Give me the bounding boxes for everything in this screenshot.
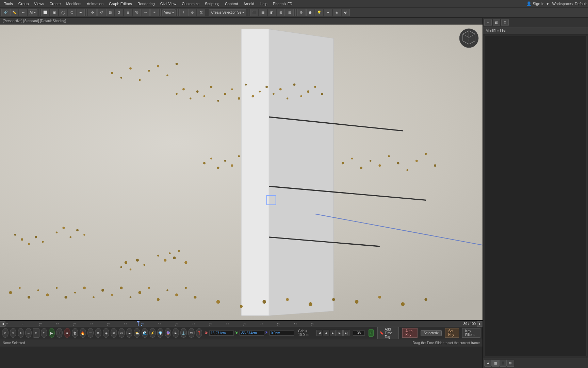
anim-fx9[interactable]: 🔮 — [165, 328, 171, 338]
tb-particle-icon[interactable]: ✦ — [324, 9, 332, 16]
key-filters-btn[interactable]: Key Filters... — [462, 328, 480, 338]
goto-start-btn[interactable]: |◀ — [316, 330, 322, 336]
tb-render2-icon[interactable]: ◧ — [268, 9, 276, 16]
anim-delete[interactable]: 🗑 — [72, 328, 78, 338]
tb-percent-icon[interactable]: % — [133, 9, 141, 16]
anim-fx11[interactable]: ⚓ — [180, 328, 187, 338]
anim-circle3[interactable]: ⊕ — [18, 328, 24, 338]
create-selection-button[interactable]: Create Selection Se▾ — [209, 9, 246, 16]
tb-light-icon[interactable]: 💡 — [315, 9, 323, 16]
anim-fx1[interactable]: ◈ — [103, 328, 109, 338]
cube-gizmo[interactable] — [459, 28, 479, 48]
timeline-prev-btn[interactable]: ◀ — [0, 321, 5, 327]
anim-fx5[interactable]: ⛅ — [134, 328, 140, 338]
tb-render-icon[interactable]: ▦ — [259, 9, 267, 16]
menu-customize[interactable]: Customize — [179, 1, 202, 6]
tb-select-icon[interactable]: ⬜ — [41, 9, 49, 16]
add-key-btn[interactable]: + — [369, 329, 374, 337]
z-input[interactable] — [270, 331, 294, 336]
anim-fx7[interactable]: ⚡ — [149, 328, 156, 338]
x-input[interactable] — [209, 331, 234, 336]
menu-arnold[interactable]: Arnold — [241, 1, 257, 6]
tb-move-icon[interactable]: ✛ — [88, 9, 97, 16]
tb-render3-icon[interactable]: ⊞ — [277, 9, 285, 16]
tb-circle-select-icon[interactable]: ◯ — [59, 9, 67, 16]
menu-rendering[interactable]: Rendering — [135, 1, 158, 6]
anim-square1[interactable]: ⊞ — [33, 328, 39, 338]
anim-fx13[interactable]: ❓ — [196, 328, 202, 338]
tb-fence-select-icon[interactable]: ⬡ — [68, 9, 76, 16]
tb-box-select-icon[interactable]: ▣ — [50, 9, 58, 16]
anim-wave[interactable]: 〰 — [87, 328, 94, 338]
anim-circle1[interactable]: ⊙ — [2, 328, 9, 338]
menu-create[interactable]: Create — [47, 1, 63, 6]
menu-help[interactable]: Help — [257, 1, 270, 6]
goto-end-btn[interactable]: ▶| — [343, 330, 349, 336]
anim-stop[interactable]: ■ — [64, 328, 70, 338]
rp-back-btn[interactable]: ◀ — [484, 360, 492, 367]
anim-play[interactable]: ▶ — [49, 328, 55, 338]
selected-dropdown[interactable]: Selected▾ — [421, 330, 442, 336]
anim-fx10[interactable]: ☯ — [173, 328, 179, 338]
menu-modifiers[interactable]: Modifiers — [63, 1, 84, 6]
tb-magnet-icon[interactable]: ⊙ — [188, 9, 196, 16]
menu-content[interactable]: Content — [222, 1, 241, 6]
menu-tools[interactable]: Tools — [1, 1, 16, 6]
tb-fx-icon[interactable]: ☯ — [342, 9, 350, 16]
tb-scale-icon[interactable]: ⊡ — [106, 9, 114, 16]
menu-graph-editors[interactable]: Graph Editors — [106, 1, 135, 6]
auto-key-btn[interactable]: Auto Key — [402, 328, 417, 338]
anim-fx4[interactable]: ☁ — [126, 328, 133, 338]
menu-animation[interactable]: Animation — [84, 1, 106, 6]
rp-render-btn[interactable]: ◧ — [493, 19, 500, 26]
tb-render4-icon[interactable]: ⊟ — [285, 9, 294, 16]
tb-select2-icon[interactable]: ⬛ — [250, 9, 258, 16]
menu-group[interactable]: Group — [16, 1, 32, 6]
add-time-tag-btn[interactable]: 🔖 Add Time Tag — [377, 327, 398, 339]
timeline-next-btn[interactable]: ▶ — [477, 321, 483, 327]
tb-effect-icon[interactable]: ◈ — [333, 9, 341, 16]
anim-fx8[interactable]: 💎 — [157, 328, 164, 338]
tb-snap-icon[interactable]: ⊕ — [124, 9, 132, 16]
rp-grid-btn[interactable]: ▦ — [492, 360, 499, 367]
tb-view-dropdown[interactable]: View▾ — [162, 9, 176, 16]
anim-starburst[interactable]: ✦ — [41, 328, 47, 338]
anim-fx12[interactable]: ⚖ — [188, 328, 195, 338]
anim-fx2[interactable]: ⊗ — [111, 328, 117, 338]
menu-civil-view[interactable]: Civil View — [158, 1, 179, 6]
rp-item-btn[interactable]: ⊟ — [507, 360, 514, 367]
tb-align-icon[interactable]: ≡ — [150, 9, 159, 16]
anim-fx6[interactable]: 🌊 — [142, 328, 148, 338]
menu-views[interactable]: Views — [31, 1, 47, 6]
anim-arrow[interactable]: → — [25, 328, 32, 338]
set-key-btn[interactable]: Set Key — [445, 328, 459, 338]
anim-circle2[interactable]: ◎ — [10, 328, 16, 338]
sign-in-area[interactable]: 👤 Sign In ▼ — [526, 1, 550, 6]
tb-mirror-icon[interactable]: ⇔ — [142, 9, 150, 16]
tb-paint-icon[interactable]: ✏️ — [10, 9, 18, 16]
rp-plus-btn[interactable]: + — [484, 19, 492, 26]
menu-phoenix-fd[interactable]: Phoenix FD — [270, 1, 295, 6]
next-frame-btn[interactable]: ▶ — [337, 330, 343, 336]
tb-lasso-select-icon[interactable]: ✒ — [77, 9, 85, 16]
tb-settings-icon[interactable]: ⚙ — [297, 9, 306, 16]
tb-num3-icon[interactable]: 3 — [115, 9, 123, 16]
current-frame-input[interactable] — [353, 331, 365, 336]
prev-frame-btn[interactable]: ◀ — [323, 330, 329, 336]
tb-snap2-icon[interactable]: ⋮ — [179, 9, 187, 16]
tb-link2-icon[interactable]: ⛓ — [197, 9, 205, 16]
tb-material-icon[interactable]: ⬟ — [306, 9, 314, 16]
menu-scripting[interactable]: Scripting — [202, 1, 222, 6]
rp-settings-btn[interactable]: ⚙ — [501, 19, 509, 26]
timeline-track[interactable]: ◀ 0 5 — [0, 321, 483, 327]
tb-undo-icon[interactable]: ↩ — [19, 9, 27, 16]
play-btn[interactable]: ▶ — [330, 330, 336, 336]
tb-all-dropdown[interactable]: All▾ — [28, 9, 37, 16]
tb-link-icon[interactable]: 🔗 — [1, 9, 10, 16]
anim-swirl[interactable]: ♻ — [95, 328, 101, 338]
rp-list-btn[interactable]: ☰ — [499, 360, 507, 367]
anim-fx3[interactable]: ⊙ — [118, 328, 125, 338]
anim-fire[interactable]: 🔥 — [80, 328, 86, 338]
anim-pause[interactable]: ⏸ — [56, 328, 63, 338]
viewport-main[interactable] — [0, 25, 483, 320]
